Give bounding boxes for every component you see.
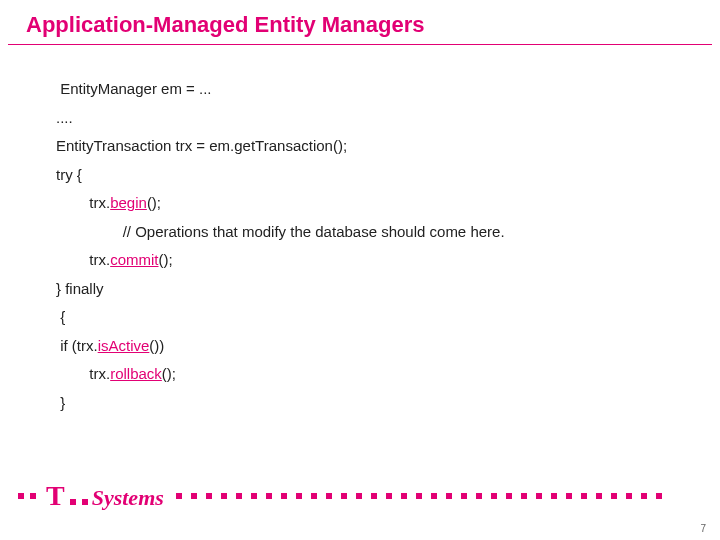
code-line: .... bbox=[56, 104, 720, 133]
code-line: trx.commit(); bbox=[56, 246, 720, 275]
dots-mid-icon bbox=[70, 499, 88, 505]
method-commit: commit bbox=[110, 251, 158, 268]
slide-title: Application-Managed Entity Managers bbox=[8, 0, 712, 45]
code-text: trx. bbox=[56, 251, 110, 268]
code-block: EntityManager em = ... .... EntityTransa… bbox=[0, 45, 720, 417]
method-isactive: isActive bbox=[98, 337, 150, 354]
code-line: } bbox=[56, 389, 720, 418]
code-line: } finally bbox=[56, 275, 720, 304]
code-text: ()) bbox=[149, 337, 164, 354]
code-line: { bbox=[56, 303, 720, 332]
code-text: (); bbox=[147, 194, 161, 211]
dots-right-icon bbox=[176, 493, 702, 499]
code-line: trx.begin(); bbox=[56, 189, 720, 218]
code-text: trx. bbox=[56, 194, 110, 211]
code-line: trx.rollback(); bbox=[56, 360, 720, 389]
logo-t: T bbox=[46, 480, 65, 512]
logo-text: Systems bbox=[92, 485, 164, 511]
dots-left-icon bbox=[18, 493, 36, 499]
code-line: // Operations that modify the database s… bbox=[56, 218, 720, 247]
code-text: (); bbox=[159, 251, 173, 268]
code-text: (); bbox=[162, 365, 176, 382]
code-line: EntityManager em = ... bbox=[56, 75, 720, 104]
page-number: 7 bbox=[700, 523, 706, 534]
code-line: if (trx.isActive()) bbox=[56, 332, 720, 361]
method-begin: begin bbox=[110, 194, 147, 211]
footer: T Systems bbox=[18, 480, 702, 512]
logo: T Systems bbox=[46, 480, 164, 512]
code-line: try { bbox=[56, 161, 720, 190]
code-text: if (trx. bbox=[56, 337, 98, 354]
method-rollback: rollback bbox=[110, 365, 162, 382]
code-line: EntityTransaction trx = em.getTransactio… bbox=[56, 132, 720, 161]
code-text: trx. bbox=[56, 365, 110, 382]
